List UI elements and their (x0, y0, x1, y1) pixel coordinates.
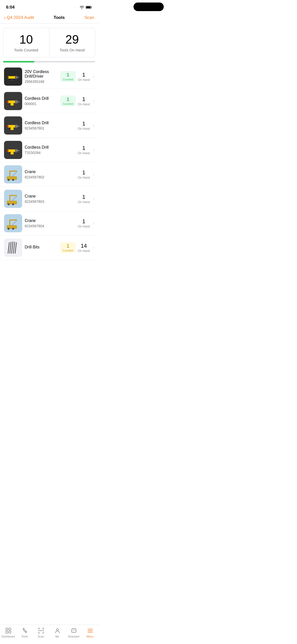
tools-counted-number: 10 (7, 33, 45, 46)
svg-rect-7 (18, 77, 19, 78)
tool-info: Cordless Drill 9234567801 (22, 121, 78, 130)
svg-rect-41 (8, 226, 16, 228)
page-title: Tools (54, 15, 65, 20)
onhand-group: 1 On Hand (78, 72, 90, 82)
svg-rect-17 (11, 127, 14, 130)
svg-rect-21 (7, 150, 9, 151)
svg-point-24 (16, 150, 17, 151)
chevron-right-icon: › (93, 148, 94, 152)
tool-name: Crane (25, 170, 75, 174)
tool-id: 2956355168 (25, 80, 58, 84)
onhand-label: On Hand (78, 249, 90, 253)
wifi-icon (80, 6, 84, 9)
tool-name: Cordless Drill (25, 145, 75, 150)
counted-number: 1 (67, 96, 69, 102)
tool-name: Cordless Drill (25, 96, 58, 101)
back-chevron-icon: ‹ (4, 15, 6, 20)
tool-id: T3150264 (25, 151, 75, 155)
onhand-label: On Hand (78, 151, 90, 155)
svg-rect-3 (7, 77, 9, 78)
tools-onhand-number: 29 (53, 33, 91, 46)
tool-info: Cordless Drill T3150264 (22, 145, 78, 155)
onhand-number: 14 (81, 243, 87, 249)
tools-onhand-card: 29 Tools On Hand (49, 28, 95, 57)
svg-rect-2 (8, 76, 16, 79)
progress-track (3, 61, 95, 62)
svg-line-50 (13, 242, 15, 253)
tool-image (4, 141, 22, 159)
onhand-label: On Hand (78, 103, 90, 106)
onhand-number: 1 (82, 145, 85, 151)
scan-button[interactable]: Scan (84, 15, 94, 20)
svg-point-42 (8, 228, 10, 230)
svg-rect-14 (8, 125, 16, 127)
status-time: 6:04 (6, 5, 15, 10)
svg-rect-11 (11, 103, 14, 106)
svg-rect-34 (8, 201, 16, 203)
svg-point-43 (12, 228, 14, 230)
tool-image (4, 190, 22, 208)
counted-badge: 1 Counted (60, 242, 76, 253)
chevron-right-icon: › (93, 221, 94, 226)
counted-text: Counted (63, 249, 73, 252)
tool-item[interactable]: Crane 8234567803 1 On Hand › (0, 187, 98, 211)
tool-item[interactable]: Cordless Drill 9234567801 1 On Hand › (0, 113, 98, 138)
counted-text: Counted (63, 102, 73, 105)
svg-point-29 (12, 179, 14, 181)
svg-rect-8 (8, 101, 16, 103)
svg-rect-45 (9, 219, 17, 220)
svg-line-32 (12, 172, 17, 177)
onhand-group: 1 On Hand (78, 96, 90, 106)
counted-text: Counted (63, 78, 73, 81)
svg-rect-1 (86, 7, 91, 8)
onhand-group: 1 On Hand (78, 194, 90, 204)
svg-line-49 (12, 242, 13, 253)
onhand-number: 1 (82, 169, 85, 176)
onhand-group: 1 On Hand (78, 120, 90, 131)
svg-rect-38 (9, 195, 17, 196)
tool-item[interactable]: Cordless Drill 000001 1 Counted 1 On Han… (0, 89, 98, 113)
progress-fill (3, 61, 34, 62)
back-button[interactable]: ‹ Q4 2024 Audit (4, 15, 34, 20)
svg-point-6 (16, 77, 17, 78)
onhand-group: 1 On Hand (78, 218, 90, 228)
tool-counts: 1 On Hand › (78, 194, 94, 204)
svg-line-46 (12, 220, 17, 226)
svg-rect-25 (18, 150, 19, 151)
progress-container (3, 61, 95, 62)
tool-info: Drill Bits (22, 245, 60, 250)
tool-id: 8234567804 (25, 224, 75, 228)
svg-point-35 (8, 203, 10, 205)
tool-image (4, 116, 22, 135)
chevron-right-icon: › (93, 99, 94, 103)
svg-rect-20 (8, 149, 16, 152)
svg-point-36 (12, 203, 14, 205)
tool-name: Crane (25, 218, 75, 223)
tools-counted-card: 10 Tools Counted (3, 28, 49, 57)
onhand-group: 1 On Hand (78, 169, 90, 179)
tool-counts: 1 Counted 1 On Hand › (60, 71, 94, 82)
battery-icon (86, 6, 92, 9)
svg-rect-9 (7, 101, 9, 103)
tool-counts: 1 On Hand › (78, 218, 94, 228)
tool-counts: 1 On Hand › (78, 120, 94, 131)
tool-item[interactable]: Cordless Drill T3150264 1 On Hand › (0, 138, 98, 162)
onhand-number: 1 (82, 194, 85, 200)
onhand-label: On Hand (78, 225, 90, 228)
tool-item[interactable]: 20V Cordless Drill/Driver 2956355168 1 C… (0, 65, 98, 89)
onhand-number: 1 (82, 120, 85, 127)
counted-badge: 1 Counted (60, 95, 76, 106)
tool-item[interactable]: Crane 8234567804 1 On Hand › (0, 211, 98, 236)
tool-name: Drill Bits (25, 245, 58, 249)
onhand-label: On Hand (78, 78, 90, 82)
status-icons: ··· (74, 6, 92, 9)
svg-line-48 (10, 242, 11, 253)
tool-image (4, 214, 22, 232)
svg-point-28 (8, 179, 10, 181)
tool-counts: 1 On Hand › (78, 169, 94, 179)
tool-item[interactable]: Drill Bits 1 Counted 14 On Hand › (0, 236, 98, 260)
onhand-number: 1 (82, 96, 85, 103)
tool-item[interactable]: Crane 8234567802 1 On Hand › (0, 162, 98, 187)
svg-line-47 (8, 243, 9, 253)
nav-bar: ‹ Q4 2024 Audit Tools Scan (0, 13, 98, 24)
